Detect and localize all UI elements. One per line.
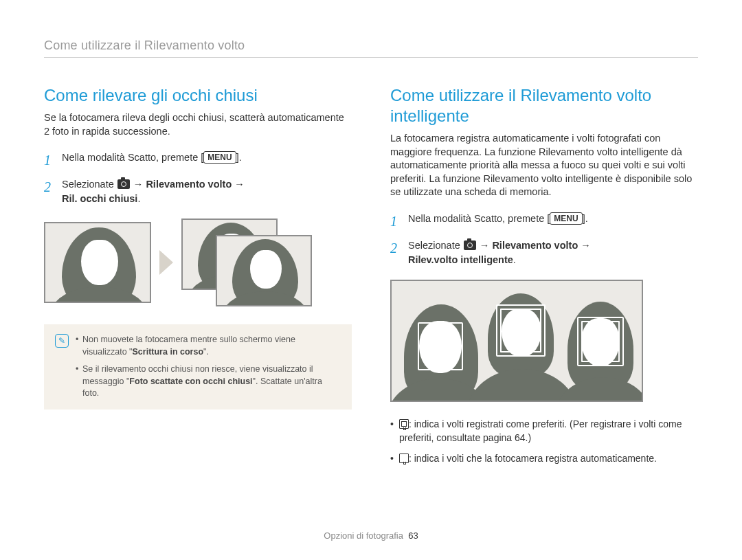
step-bold: Rilev.volto intelligente <box>408 254 513 265</box>
legend-item: • : indica i volti che la fotocamera reg… <box>390 451 698 465</box>
left-intro: Se la fotocamera rileva degli occhi chiu… <box>44 111 352 138</box>
header-divider <box>44 57 698 58</box>
step-text: Selezionate <box>408 240 463 251</box>
photo-stack <box>181 219 312 306</box>
step-text: → <box>131 179 146 190</box>
step-text: Nella modalità Scatto, premete [ <box>62 152 203 163</box>
footer-section: Opzioni di fotografia <box>324 530 403 541</box>
left-step-2: 2 Selezionate → Rilevamento volto → Ril.… <box>44 177 352 206</box>
note-bold: Foto scattate con occhi chiusi <box>129 377 252 386</box>
step-text: ]. <box>236 152 242 163</box>
step-bold: Rilevamento volto <box>492 240 578 251</box>
page-header: Come utilizzare il Rilevamento volto <box>44 38 698 53</box>
closed-eyes-illustration <box>44 219 352 306</box>
step-text: → <box>578 240 591 251</box>
note-box: ✎ Non muovete la fotocamera mentre sullo… <box>44 324 352 410</box>
legend-text: : indica i volti che la fotocamera regis… <box>409 453 657 464</box>
left-section-title: Come rilevare gli occhi chiusi <box>44 85 352 106</box>
note-item: Se il rilevamento occhi chiusi non riesc… <box>76 363 341 400</box>
step-number: 2 <box>44 177 55 206</box>
step-text: → <box>232 179 245 190</box>
note-icon: ✎ <box>55 334 69 348</box>
right-intro: La fotocamera registra automaticamente i… <box>390 132 698 199</box>
right-step-1: 1 Nella modalità Scatto, premete [MENU]. <box>390 212 698 232</box>
auto-face-icon <box>399 453 409 463</box>
note-text: ". <box>203 347 209 357</box>
photo-frame <box>216 235 312 306</box>
favorite-face-icon <box>399 419 409 429</box>
camera-icon <box>464 240 476 250</box>
right-step-2: 2 Selezionate → Rilevamento volto → Rile… <box>390 238 698 267</box>
face-box-single <box>418 322 463 370</box>
page-footer: Opzioni di fotografia 63 <box>0 530 742 541</box>
page-number: 63 <box>408 530 418 541</box>
legend-text: : indica i volti registrati come preferi… <box>399 418 682 443</box>
camera-icon <box>117 179 130 189</box>
step-text: Selezionate <box>62 179 117 190</box>
step-number: 2 <box>390 238 401 267</box>
menu-button-chip: MENU <box>203 151 236 164</box>
step-text: ]. <box>583 213 588 224</box>
menu-button-chip: MENU <box>550 212 582 225</box>
step-text: . <box>513 254 516 265</box>
step-number: 1 <box>390 212 401 232</box>
note-item: Non muovete la fotocamera mentre sullo s… <box>76 334 341 358</box>
left-column: Come rilevare gli occhi chiusi Se la fot… <box>44 85 352 473</box>
step-text: . <box>137 193 140 204</box>
right-column: Come utilizzare il Rilevamento volto int… <box>390 85 698 473</box>
step-text: Nella modalità Scatto, premete [ <box>408 213 550 224</box>
step-number: 1 <box>44 150 55 170</box>
photo-frame <box>44 222 151 303</box>
step-bold: Rilevamento volto <box>146 179 232 190</box>
left-step-1: 1 Nella modalità Scatto, premete [MENU]. <box>44 150 352 170</box>
step-text: → <box>477 240 493 251</box>
right-section-title: Come utilizzare il Rilevamento volto int… <box>390 85 698 126</box>
note-bold: Scrittura in corso <box>133 347 204 357</box>
legend-item: • : indica i volti registrati come prefe… <box>390 417 698 445</box>
step-bold: Ril. occhi chiusi <box>62 193 137 204</box>
face-box-double <box>496 304 546 357</box>
arrow-icon <box>159 250 173 275</box>
face-box-double <box>577 317 624 366</box>
legend-list: • : indica i volti registrati come prefe… <box>390 417 698 466</box>
smart-face-illustration <box>390 280 643 402</box>
